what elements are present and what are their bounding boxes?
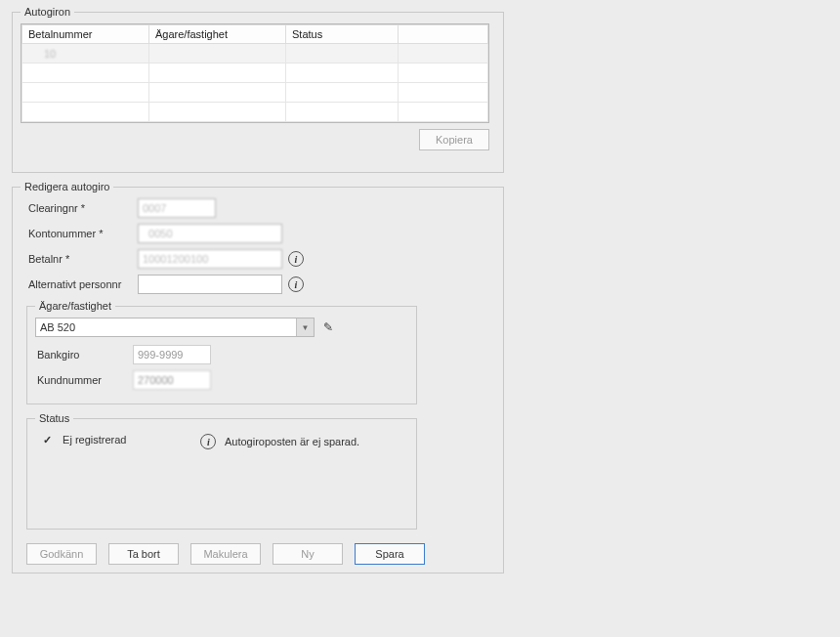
cell-status bbox=[286, 44, 399, 64]
altpers-input[interactable] bbox=[138, 275, 282, 294]
kundnr-label: Kundnummer bbox=[35, 374, 133, 386]
betal-label: Betalnr * bbox=[21, 253, 138, 265]
owner-legend: Ägare/fastighet bbox=[35, 300, 115, 312]
table-row[interactable] bbox=[22, 103, 488, 122]
check-icon: ✓ bbox=[43, 434, 52, 446]
autogiron-legend: Autogiron bbox=[21, 6, 74, 18]
cell-agare bbox=[149, 44, 286, 64]
bankgiro-input bbox=[133, 345, 211, 364]
bankgiro-label: Bankgiro bbox=[35, 349, 133, 361]
table-row[interactable]: 10 bbox=[22, 44, 488, 64]
spara-button[interactable]: Spara bbox=[355, 543, 425, 565]
autogiron-panel: Autogiron Betalnummer Ägare/fastighet St… bbox=[12, 6, 504, 173]
status-legend: Status bbox=[35, 412, 73, 424]
edit-panel: Redigera autogiro Clearingnr * Kontonumm… bbox=[12, 181, 504, 573]
info-icon: i bbox=[200, 434, 216, 449]
kundnr-input bbox=[133, 370, 211, 390]
konto-label: Kontonummer * bbox=[21, 228, 138, 239]
godkann-button[interactable]: Godkänn bbox=[26, 543, 97, 565]
clearing-input[interactable] bbox=[138, 198, 216, 218]
info-icon[interactable]: i bbox=[288, 251, 304, 267]
table-row[interactable] bbox=[22, 64, 488, 83]
owner-combo-value: AB 520 bbox=[40, 321, 75, 333]
col-betalnr[interactable]: Betalnummer bbox=[22, 25, 149, 44]
altpers-label: Alternativt personnr bbox=[21, 278, 138, 290]
col-agare[interactable]: Ägare/fastighet bbox=[149, 25, 286, 44]
status-state-text: Ej registrerad bbox=[63, 434, 126, 446]
status-state: ✓ Ej registrerad bbox=[35, 434, 126, 446]
status-panel: Status ✓ Ej registrerad i Autogiroposten… bbox=[26, 412, 417, 530]
owner-combo[interactable]: AB 520 ▼ bbox=[35, 318, 315, 337]
ny-button[interactable]: Ny bbox=[273, 543, 343, 565]
edit-legend: Redigera autogiro bbox=[21, 181, 113, 192]
info-icon[interactable]: i bbox=[288, 276, 304, 292]
status-msg: i Autogiroposten är ej sparad. bbox=[194, 434, 359, 449]
autogiro-grid[interactable]: Betalnummer Ägare/fastighet Status 10 bbox=[21, 23, 489, 123]
app-root: Autogiron Betalnummer Ägare/fastighet St… bbox=[0, 0, 840, 637]
konto-input[interactable] bbox=[138, 224, 282, 243]
col-empty bbox=[399, 25, 488, 44]
betal-input[interactable] bbox=[138, 249, 282, 269]
col-status[interactable]: Status bbox=[286, 25, 399, 44]
tabort-button[interactable]: Ta bort bbox=[108, 543, 179, 565]
cell-betalnr: 10 bbox=[44, 48, 56, 60]
status-msg-text: Autogiroposten är ej sparad. bbox=[225, 436, 359, 447]
clearing-label: Clearingnr * bbox=[21, 202, 138, 214]
copy-button[interactable]: Kopiera bbox=[419, 129, 489, 150]
owner-panel: Ägare/fastighet AB 520 ▼ ✎ Bankgiro Kund… bbox=[26, 300, 417, 404]
makulera-button[interactable]: Makulera bbox=[190, 543, 261, 565]
button-bar: Godkänn Ta bort Makulera Ny Spara bbox=[21, 543, 495, 565]
chevron-down-icon[interactable]: ▼ bbox=[296, 318, 314, 336]
table-row[interactable] bbox=[22, 83, 488, 103]
edit-icon[interactable]: ✎ bbox=[320, 319, 336, 335]
